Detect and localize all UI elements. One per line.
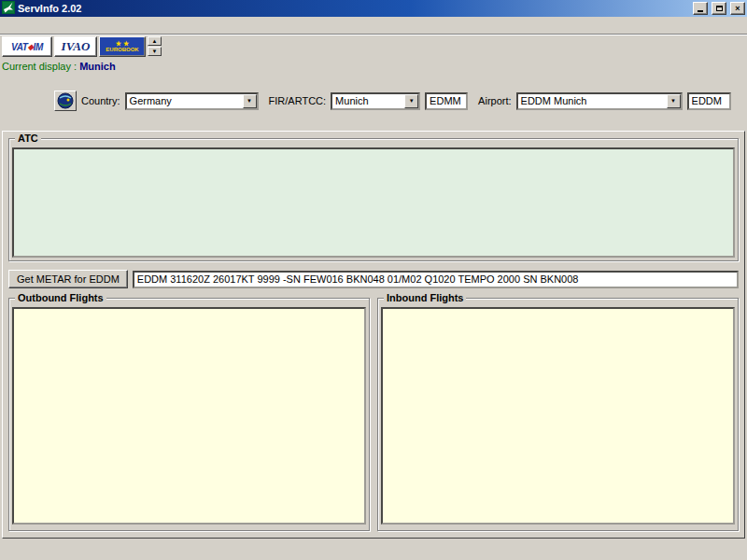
ivao-button[interactable]: IVAO	[54, 36, 97, 57]
spinner-down-button[interactable]: ▼	[148, 47, 162, 56]
eurobook-button[interactable]: ★ ★EUROBOOK	[99, 36, 146, 57]
app-icon	[2, 1, 15, 16]
chevron-down-icon[interactable]: ▼	[667, 94, 681, 108]
inbound-flights-group: Inbound Flights	[377, 298, 739, 531]
current-display-value: Munich	[79, 61, 116, 72]
atc-list	[12, 147, 735, 258]
atc-group: ATC	[8, 138, 739, 261]
chevron-down-icon[interactable]: ▼	[243, 94, 257, 108]
globe-button[interactable]	[54, 91, 77, 111]
title-bar: ServInfo 2.02 ×	[0, 0, 747, 17]
toolbar: VAT◆IM IVAO ★ ★EUROBOOK ▲ ▼ Current disp…	[0, 35, 747, 89]
tab-strip	[0, 113, 747, 131]
globe-icon	[57, 92, 74, 109]
menu-bar	[0, 17, 747, 35]
airport-label: Airport:	[478, 95, 511, 106]
display-spinner: ▲ ▼	[148, 36, 162, 57]
fir-code-input[interactable]	[425, 92, 468, 110]
fir-label: FIR/ARTCC:	[269, 95, 327, 106]
minimize-icon	[698, 10, 703, 12]
metar-field[interactable]	[133, 271, 739, 288]
minimize-button[interactable]	[693, 2, 708, 15]
restore-button[interactable]	[712, 2, 726, 15]
close-button[interactable]: ×	[730, 2, 745, 15]
inbound-flights-list	[381, 307, 735, 525]
outbound-flights-legend: Outbound Flights	[15, 292, 106, 303]
airport-code-input[interactable]	[687, 92, 731, 110]
chevron-down-icon[interactable]: ▼	[404, 94, 418, 108]
airport-select[interactable]: EDDM Munich▼	[516, 92, 683, 110]
selector-row: Country: Germany▼ FIR/ARTCC: Munich▼ Air…	[0, 89, 747, 113]
get-metar-button[interactable]: Get METAR for EDDM	[8, 270, 128, 288]
status-bar	[2, 540, 745, 558]
servinfo-window: ServInfo 2.02 × VAT◆IM IVAO ★ ★EUROBOOK …	[0, 0, 747, 558]
fir-select[interactable]: Munich▼	[331, 92, 420, 110]
country-label: Country:	[81, 95, 120, 106]
outbound-flights-group: Outbound Flights	[8, 298, 370, 531]
spinner-up-button[interactable]: ▲	[148, 36, 162, 46]
close-icon: ×	[735, 4, 740, 13]
restore-icon	[716, 6, 723, 11]
vatsim-logo-dot: ◆	[28, 43, 34, 51]
outbound-flights-list	[12, 307, 366, 525]
atc-group-legend: ATC	[15, 133, 41, 144]
airport-details-panel: ATC Get METAR for EDDM Outbound Flights …	[2, 131, 745, 539]
current-display-label: Current display :	[2, 61, 77, 72]
window-title: ServInfo 2.02	[18, 3, 689, 14]
vatsim-button[interactable]: VAT◆IM	[2, 36, 52, 57]
inbound-flights-legend: Inbound Flights	[384, 292, 466, 303]
country-select[interactable]: Germany▼	[125, 92, 259, 110]
